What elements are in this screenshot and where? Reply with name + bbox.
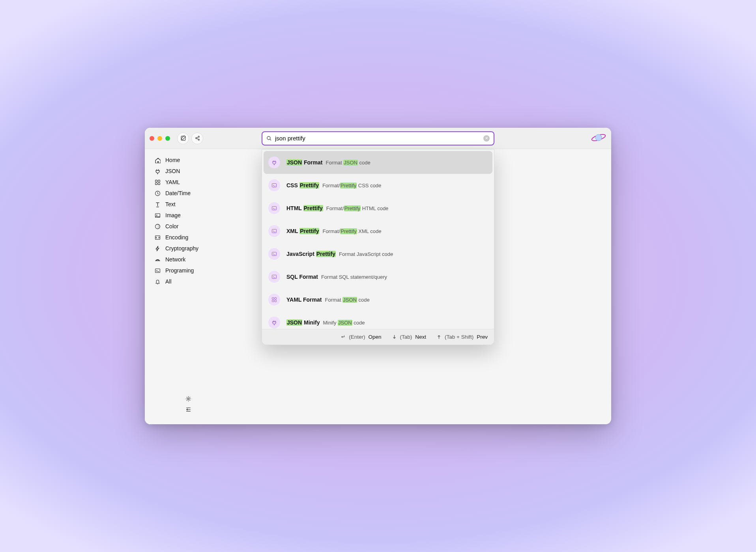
sidebar-item-date-time[interactable]: Date/Time [145,188,232,199]
sidebar-item-json[interactable]: JSON [145,166,232,177]
search-result[interactable]: SQL Format Format SQL statement/query [264,265,492,288]
grid-icon [268,294,280,306]
sidebar-item-text[interactable]: Text [145,199,232,210]
home-icon [154,157,161,163]
result-subtitle: Format JavaScript code [339,251,393,257]
grid-icon [154,179,161,185]
sidebar-item-home[interactable]: Home [145,155,232,166]
sidebar-item-label: All [165,278,172,285]
command-search[interactable]: ✕ [262,131,494,145]
up-icon [436,334,442,339]
sidebar-item-image[interactable]: Image [145,210,232,221]
keyboard-hint: (Enter)Open [341,334,381,340]
result-subtitle: Format/Prettify HTML code [326,205,389,211]
terminal-icon [268,271,280,283]
text-icon [154,201,161,207]
sidebar-item-label: Date/Time [165,190,191,196]
result-title: CSS Prettify [286,182,319,188]
search-result[interactable]: JSON Format Format JSON code [264,151,492,174]
result-title: SQL Format [286,274,318,280]
plug-icon [154,168,161,174]
result-subtitle: Format/Prettify CSS code [322,183,381,188]
sidebar-item-label: Image [165,212,181,218]
result-subtitle: Format JSON code [326,160,370,166]
terminal-icon [268,202,280,214]
sidebar-item-label: YAML [165,179,180,185]
sidebar-item-label: Color [165,223,178,229]
plug-icon [268,157,280,168]
sidebar-item-network[interactable]: Network [145,254,232,265]
color-icon [154,224,161,229]
close-window-button[interactable] [150,136,154,141]
svg-point-22 [595,134,602,141]
share-button[interactable] [191,132,203,144]
sidebar-item-label: JSON [165,168,180,174]
maximize-window-button[interactable] [165,136,170,141]
clear-search-button[interactable]: ✕ [483,135,490,142]
result-title: YAML Format [286,297,322,303]
settings-button[interactable] [185,396,191,402]
sidebar-item-color[interactable]: Color [145,221,232,232]
sidebar: HomeJSONYAMLDate/TimeTextImageColorEncod… [145,149,232,424]
sidebar-item-yaml[interactable]: YAML [145,177,232,188]
sidebar-item-label: Encoding [165,234,188,241]
new-note-button[interactable] [177,132,189,144]
terminal-icon [268,248,280,260]
result-title: JSON Minify [286,319,320,326]
search-result[interactable]: XML Prettify Format/Prettify XML code [264,220,492,242]
bell-icon [154,279,161,285]
search-input[interactable] [272,135,483,142]
terminal-icon [154,268,161,274]
search-results-dropdown: JSON Format Format JSON code CSS Prettif… [262,149,494,345]
result-subtitle: Minify JSON code [323,320,365,326]
sidebar-item-label: Home [165,157,180,163]
search-result[interactable]: YAML Format Format JSON code [264,288,492,311]
bolt-icon [154,246,161,252]
network-icon [154,257,161,263]
result-subtitle: Format SQL statement/query [321,274,387,280]
collapse-sidebar-button[interactable] [185,407,191,412]
window-controls [150,136,170,141]
enter-icon [341,334,346,339]
sidebar-item-encoding[interactable]: Encoding [145,232,232,243]
sidebar-item-programing[interactable]: Programing [145,265,232,276]
clock-icon [154,190,161,196]
sidebar-item-label: Text [165,201,176,207]
terminal-icon [268,179,280,191]
image-icon [154,213,161,218]
terminal-icon [268,225,280,237]
encoding-icon [154,235,161,241]
plug-icon [268,317,280,328]
search-result[interactable]: JSON Minify Minify JSON code [264,311,492,329]
result-title: HTML Prettify [286,205,323,211]
edit-icon [180,135,186,141]
sidebar-item-label: Programing [165,267,194,274]
planet-icon [591,132,606,143]
result-title: JavaScript Prettify [286,251,336,257]
keyboard-hint: (Tab + Shift)Prev [436,334,488,340]
down-icon [392,334,397,339]
result-subtitle: Format/Prettify XML code [322,228,381,234]
sidebar-item-label: Network [165,256,185,263]
sidebar-item-all[interactable]: All [145,276,232,287]
result-title: JSON Format [286,159,322,166]
result-title: XML Prettify [286,228,319,234]
share-icon [195,135,200,141]
sidebar-item-cryptography[interactable]: Cryptography [145,243,232,254]
app-window: ✕ HomeJSONYAMLDate/TimeTextImageColorEnc… [145,128,611,424]
search-result[interactable]: CSS Prettify Format/Prettify CSS code [264,174,492,197]
search-result[interactable]: JavaScript Prettify Format JavaScript co… [264,242,492,265]
keyboard-hints: (Enter)Open(Tab)Next(Tab + Shift)Prev [262,329,494,345]
search-icon [266,136,272,141]
app-logo [591,132,606,145]
search-result[interactable]: HTML Prettify Format/Prettify HTML code [264,197,492,220]
result-subtitle: Format JSON code [325,297,369,303]
sidebar-item-label: Cryptography [165,245,198,252]
titlebar: ✕ [145,128,611,149]
keyboard-hint: (Tab)Next [392,334,427,340]
minimize-window-button[interactable] [157,136,162,141]
